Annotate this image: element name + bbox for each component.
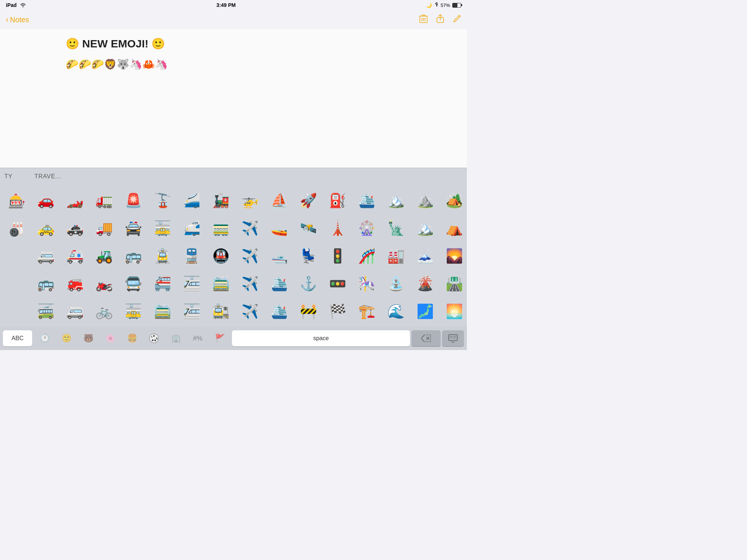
smileys-button[interactable]: 🙂	[55, 330, 77, 346]
back-button[interactable]: ‹ Notes	[6, 15, 29, 24]
emoji-cell[interactable]: 🚥	[323, 271, 352, 297]
emoji-cell[interactable]: 🌅	[440, 298, 465, 324]
emoji-cell[interactable]: 🛥️	[265, 243, 293, 269]
emoji-cell[interactable]: 🏭	[382, 243, 410, 269]
emoji-cell[interactable]: 🚈	[177, 298, 206, 324]
carrier-label: iPad	[6, 2, 17, 8]
emoji-cell[interactable]: 🚦	[323, 243, 352, 269]
emoji-cell[interactable]: 🚤	[265, 215, 293, 241]
emoji-cell[interactable]: 🚆	[177, 243, 206, 269]
emoji-cell[interactable]: 🗻	[411, 243, 439, 269]
emoji-cell[interactable]: 🌋	[411, 271, 439, 297]
share-button[interactable]	[436, 14, 444, 26]
emoji-cell[interactable]: 🏕️	[440, 187, 465, 214]
emoji-cell[interactable]: 🚲	[90, 298, 118, 324]
emoji-cell[interactable]: 🚅	[177, 215, 206, 241]
emoji-cell[interactable]: 🚕	[31, 215, 60, 241]
emoji-cell[interactable]: 🚁	[236, 187, 264, 214]
emoji-cell[interactable]: 🌄	[440, 243, 465, 269]
emoji-cell[interactable]: 🏔️	[411, 215, 439, 241]
emoji-cell[interactable]: ⚓	[294, 271, 322, 297]
emoji-cell[interactable]: 🚒	[61, 271, 89, 297]
emoji-cell[interactable]: 🚋	[148, 215, 177, 241]
emoji-cell[interactable]: 🏁	[323, 298, 352, 324]
emoji-cell[interactable]: 🚎	[31, 298, 60, 324]
emoji-cell[interactable]: 🚌	[119, 243, 147, 269]
emoji-cell[interactable]: ✈️	[236, 215, 264, 241]
emoji-cell[interactable]: 🎡	[352, 215, 381, 241]
emoji-cell[interactable]: 🚂	[206, 187, 235, 214]
emoji-cell[interactable]: 🛰️	[294, 215, 322, 241]
delete-button[interactable]	[419, 14, 427, 26]
emoji-slot-machine[interactable]: 🎰	[2, 188, 31, 214]
animals-button[interactable]: 🐻	[77, 330, 99, 346]
emoji-cell[interactable]: 🚇	[206, 243, 235, 269]
emoji-cell[interactable]: 🚋	[119, 298, 147, 324]
emoji-cell[interactable]: 🚞	[206, 271, 235, 297]
emoji-bowling[interactable]: 🎳	[2, 216, 31, 242]
emoji-cell[interactable]: 🚡	[148, 187, 177, 214]
predictive-left[interactable]: TY	[4, 173, 12, 180]
emoji-empty-3	[2, 299, 31, 325]
emoji-cell[interactable]: 🚧	[294, 298, 322, 324]
emoji-cell[interactable]: 🌊	[382, 298, 410, 324]
emoji-cell[interactable]: 🚌	[31, 271, 60, 297]
emoji-cell[interactable]: ⛽	[323, 187, 352, 214]
emoji-cell[interactable]: 🚛	[90, 187, 118, 214]
emoji-cell[interactable]: 🛣️	[440, 271, 465, 297]
emoji-cell[interactable]: 🚐	[31, 243, 60, 269]
emoji-cell[interactable]: 🗽	[382, 215, 410, 241]
keyboard-hide-button[interactable]	[442, 330, 464, 346]
compose-button[interactable]	[453, 15, 461, 25]
emoji-cell[interactable]: 🚈	[177, 271, 206, 297]
emoji-cell[interactable]: 🚚	[90, 215, 118, 241]
flags-button[interactable]: 🚩	[209, 330, 231, 346]
travel-button[interactable]	[143, 330, 165, 346]
emoji-cell[interactable]: ✈️	[236, 271, 264, 297]
emoji-cell[interactable]: 🏗️	[352, 298, 381, 324]
emoji-cell[interactable]: 🚗	[31, 187, 60, 214]
emoji-cell[interactable]: 🚄	[177, 187, 206, 214]
emoji-cell[interactable]: 🛳️	[265, 271, 293, 297]
emoji-cell[interactable]: 🛳️	[352, 187, 381, 214]
emoji-cell[interactable]: ⛰️	[411, 187, 439, 214]
delete-button[interactable]	[411, 330, 441, 346]
emoji-cell[interactable]: 🚀	[294, 187, 322, 214]
symbols-button[interactable]: #%	[187, 330, 209, 346]
emoji-cell[interactable]: 🚑	[61, 243, 89, 269]
emoji-cell[interactable]: 🚞	[148, 298, 177, 324]
emoji-cell[interactable]: ⛵	[265, 187, 293, 214]
emoji-cell[interactable]: 🚐	[61, 298, 89, 324]
food-button[interactable]: 🌸	[99, 330, 121, 346]
emoji-cell[interactable]: 🏔️	[382, 187, 410, 214]
emoji-cell[interactable]: 🚃	[206, 215, 235, 241]
emoji-cell[interactable]: 🎢	[352, 243, 381, 269]
emoji-row-5: 🚎 🚐 🚲 🚋 🚞 🚈 🚉 ✈️ 🛳️ 🚧 🏁 🏗️ 🌊 🗾 🌅	[31, 298, 465, 324]
emoji-cell[interactable]: 🚝	[148, 271, 177, 297]
notes-content[interactable]: 🙂 NEW EMOJI! 🙂 🌮🌮🌮🦁🐺🦄🦀🦄	[0, 29, 467, 175]
space-button[interactable]: space	[232, 330, 410, 346]
emoji-cell[interactable]: ⛺	[440, 215, 465, 241]
emoji-cell[interactable]: ✈️	[236, 243, 264, 269]
objects-button[interactable]: 🏢	[165, 330, 187, 346]
emoji-cell[interactable]: 🎠	[352, 271, 381, 297]
emoji-cell[interactable]: 🗼	[323, 215, 352, 241]
abc-button[interactable]: ABC	[3, 330, 32, 346]
emoji-cell[interactable]: 🚨	[119, 187, 147, 214]
emoji-cell[interactable]: ⛲	[382, 271, 410, 297]
emoji-cell[interactable]: 💺	[294, 243, 322, 269]
emoji-cell[interactable]: 🗾	[411, 298, 439, 324]
activities-button[interactable]: 🍔	[121, 330, 143, 346]
emoji-cell[interactable]: ✈️	[236, 298, 264, 324]
emoji-cell[interactable]: 🛳️	[265, 298, 293, 324]
predictive-right[interactable]: TRAVE...	[34, 173, 61, 180]
recent-emoji-button[interactable]: 🕐	[34, 330, 55, 346]
emoji-cell[interactable]: 🚍	[119, 271, 147, 297]
emoji-cell[interactable]: 🚔	[119, 215, 147, 241]
emoji-cell[interactable]: 🏍️	[90, 271, 118, 297]
emoji-cell[interactable]: 🚜	[90, 243, 118, 269]
emoji-cell[interactable]: 🚓	[61, 215, 89, 241]
emoji-cell[interactable]: 🚉	[206, 298, 235, 324]
emoji-cell[interactable]: 🏎️	[61, 187, 89, 214]
emoji-cell[interactable]: 🚊	[148, 243, 177, 269]
